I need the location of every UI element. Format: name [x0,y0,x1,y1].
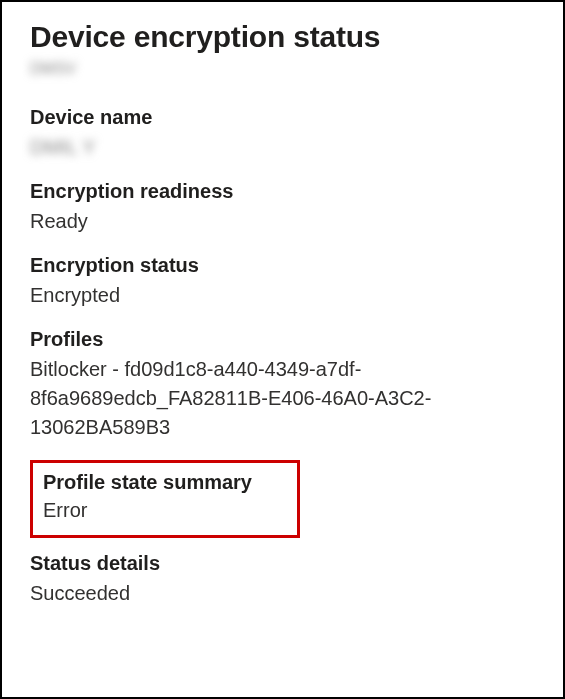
profiles-value: Bitlocker - fd09d1c8-a440-4349-a7df-8f6a… [30,355,535,442]
status-details-value: Succeeded [30,579,535,608]
encryption-status-label: Encryption status [30,254,535,277]
status-details-label: Status details [30,552,535,575]
encryption-readiness-value: Ready [30,207,535,236]
profile-state-summary-value: Error [43,496,287,525]
device-encryption-panel: Device encryption status DMSV Device nam… [0,0,565,699]
encryption-status-value: Encrypted [30,281,535,310]
field-profile-state-summary: Profile state summary Error [43,471,287,525]
profile-state-summary-label: Profile state summary [43,471,287,494]
encryption-readiness-label: Encryption readiness [30,180,535,203]
device-name-label: Device name [30,106,535,129]
page-title: Device encryption status [30,20,535,54]
field-profiles: Profiles Bitlocker - fd09d1c8-a440-4349-… [30,328,535,442]
device-name-value: DMIL Y [30,133,535,162]
field-status-details: Status details Succeeded [30,552,535,608]
highlight-profile-state-summary: Profile state summary Error [30,460,300,538]
field-device-name: Device name DMIL Y [30,106,535,162]
field-encryption-status: Encryption status Encrypted [30,254,535,310]
field-encryption-readiness: Encryption readiness Ready [30,180,535,236]
profiles-label: Profiles [30,328,535,351]
subtitle-redacted: DMSV [30,60,535,78]
